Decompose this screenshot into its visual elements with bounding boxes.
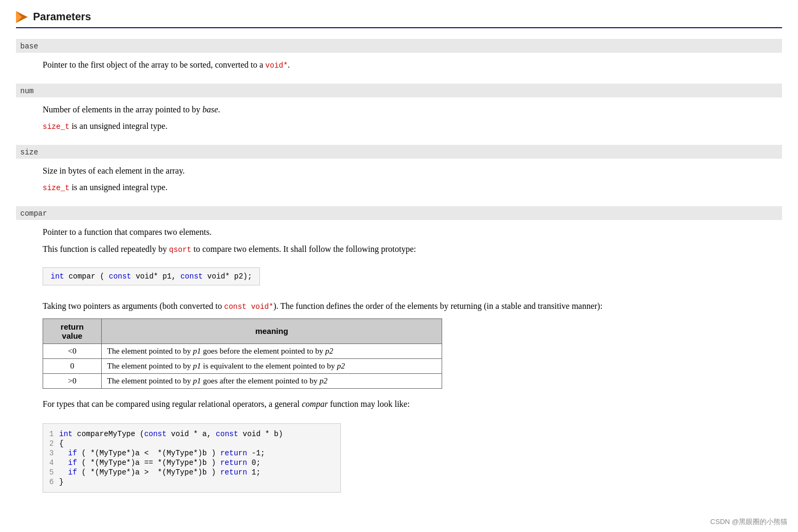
num-size-t-code: size_t bbox=[43, 122, 69, 131]
table-cell-less-meaning: The element pointed to by p1 goes before… bbox=[102, 343, 442, 358]
param-compar: compar Pointer to a function that compar… bbox=[16, 206, 782, 506]
line-content: } bbox=[59, 478, 340, 486]
line-content: if ( *(MyType*)a == *(MyType*)b ) return… bbox=[59, 459, 340, 467]
line-number: 3 bbox=[43, 449, 59, 457]
param-size: size Size in bytes of each element in th… bbox=[16, 145, 782, 206]
code-example-wrapper: 1 int compareMyType (const void * a, con… bbox=[43, 418, 755, 498]
table-row: <0 The element pointed to by p1 goes bef… bbox=[43, 343, 442, 358]
table-cell-less: <0 bbox=[43, 343, 102, 358]
table-row: >0 The element pointed to by p1 goes aft… bbox=[43, 373, 442, 388]
code-example-block: 1 int compareMyType (const void * a, con… bbox=[43, 423, 341, 493]
parameters-icon bbox=[16, 11, 28, 23]
table-cell-greater-meaning: The element pointed to by p1 goes after … bbox=[102, 373, 442, 388]
proto-const2-kw: const bbox=[181, 272, 203, 281]
proto-fn: compar ( bbox=[69, 272, 104, 281]
return-table: return value meaning <0 The element poin… bbox=[43, 318, 442, 389]
param-num-name: num bbox=[20, 87, 34, 95]
line-content: int compareMyType (const void * a, const… bbox=[59, 430, 340, 438]
p1-italic-1: p1 bbox=[193, 347, 201, 355]
param-base-desc: Pointer to the first object of the array… bbox=[16, 53, 782, 84]
table-cell-zero-meaning: The element pointed to by p1 is equivale… bbox=[102, 358, 442, 373]
param-size-name-row: size bbox=[16, 145, 782, 159]
line-number: 1 bbox=[43, 430, 59, 438]
table-cell-greater: >0 bbox=[43, 373, 102, 388]
param-compar-text1: Pointer to a function that compares two … bbox=[43, 225, 755, 239]
param-base-name-row: base bbox=[16, 39, 782, 53]
table-row: 0 The element pointed to by p1 is equiva… bbox=[43, 358, 442, 373]
table-cell-zero: 0 bbox=[43, 358, 102, 373]
line-content: { bbox=[59, 439, 340, 448]
size-size-t-code: size_t bbox=[43, 184, 69, 192]
param-base-name: base bbox=[20, 42, 38, 51]
line-content: if ( *(MyType*)a > *(MyType*)b ) return … bbox=[59, 468, 340, 477]
code-line-2: 2 { bbox=[43, 439, 340, 448]
code-line-6: 6 } bbox=[43, 477, 340, 487]
proto-const1-kw: const bbox=[109, 272, 131, 281]
table-header-meaning: meaning bbox=[102, 318, 442, 343]
compar-const-void-code: const void* bbox=[224, 302, 273, 311]
param-num: num Number of elements in the array poin… bbox=[16, 84, 782, 145]
p2-italic-2: p2 bbox=[337, 362, 345, 370]
param-size-text2: size_t is an unsigned integral type. bbox=[43, 181, 755, 194]
line-content: if ( *(MyType*)a < *(MyType*)b ) return … bbox=[59, 449, 340, 457]
compar-qsort-code: qsort bbox=[169, 245, 191, 254]
page-header: Parameters bbox=[16, 11, 782, 28]
code-line-3: 3 if ( *(MyType*)a < *(MyType*)b ) retur… bbox=[43, 448, 340, 458]
param-size-name: size bbox=[20, 148, 38, 157]
param-num-desc: Number of elements in the array pointed … bbox=[16, 97, 782, 145]
proto-void1: void* p1, bbox=[136, 272, 181, 281]
p2-italic-3: p2 bbox=[320, 377, 328, 385]
line-number: 4 bbox=[43, 459, 59, 467]
compar-italic: compar bbox=[302, 399, 328, 408]
base-code-void: void* bbox=[265, 61, 288, 70]
param-compar-name-row: compar bbox=[16, 206, 782, 220]
for-types-text: For types that can be compared using reg… bbox=[43, 397, 755, 411]
param-num-text2: size_t is an unsigned integral type. bbox=[43, 119, 755, 133]
param-size-text1: Size in bytes of each element in the arr… bbox=[43, 164, 755, 178]
p1-italic-2: p1 bbox=[193, 362, 201, 370]
p2-italic-1: p2 bbox=[325, 347, 333, 355]
code-line-5: 5 if ( *(MyType*)a > *(MyType*)b ) retur… bbox=[43, 468, 340, 477]
param-compar-text2: This function is called repeatedly by qs… bbox=[43, 242, 755, 256]
param-compar-taking: Taking two pointers as arguments (both c… bbox=[43, 299, 755, 313]
p1-italic-3: p1 bbox=[193, 377, 201, 385]
page-title: Parameters bbox=[33, 11, 91, 23]
param-size-desc: Size in bytes of each element in the arr… bbox=[16, 159, 782, 206]
prototype-block-wrapper: int compar ( const void* p1, const void*… bbox=[43, 262, 755, 291]
proto-int-kw: int bbox=[51, 272, 64, 281]
code-line-1: 1 int compareMyType (const void * a, con… bbox=[43, 429, 340, 439]
proto-void2: void* p2); bbox=[207, 272, 252, 281]
param-compar-name: compar bbox=[20, 209, 47, 218]
param-num-name-row: num bbox=[16, 84, 782, 97]
param-compar-desc: Pointer to a function that compares two … bbox=[16, 220, 782, 506]
line-number: 2 bbox=[43, 439, 59, 448]
table-header-return: return value bbox=[43, 318, 102, 343]
line-number: 5 bbox=[43, 468, 59, 477]
line-number: 6 bbox=[43, 478, 59, 486]
param-base-text: Pointer to the first object of the array… bbox=[43, 58, 755, 72]
prototype-code-block: int compar ( const void* p1, const void*… bbox=[43, 267, 260, 285]
param-num-base-italic: base bbox=[202, 105, 218, 114]
table-header-row: return value meaning bbox=[43, 318, 442, 343]
param-base: base Pointer to the first object of the … bbox=[16, 39, 782, 84]
code-line-4: 4 if ( *(MyType*)a == *(MyType*)b ) retu… bbox=[43, 458, 340, 468]
param-num-text1: Number of elements in the array pointed … bbox=[43, 103, 755, 117]
